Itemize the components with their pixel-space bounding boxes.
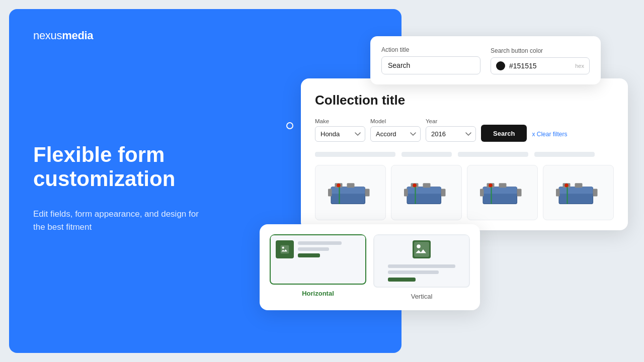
layout-horizontal-option[interactable]: Horizontal xyxy=(270,234,366,300)
horizontal-label: Horizontal xyxy=(302,290,334,297)
vert-lines xyxy=(388,264,455,282)
year-select[interactable]: 2016 2017 2018 xyxy=(426,126,476,142)
svg-rect-32 xyxy=(480,189,484,197)
preview-line xyxy=(298,241,342,245)
svg-point-29 xyxy=(501,184,505,188)
product-card[interactable] xyxy=(315,165,386,220)
svg-rect-23 xyxy=(404,189,408,197)
horiz-lines xyxy=(298,241,360,257)
svg-rect-14 xyxy=(328,189,332,197)
collection-title: Collection title xyxy=(315,93,614,108)
horizontal-preview xyxy=(270,234,366,285)
preview-button xyxy=(388,278,416,282)
battery-image xyxy=(328,175,373,210)
model-select[interactable]: Accord Civic CR-V xyxy=(370,126,421,142)
svg-rect-16 xyxy=(407,187,441,194)
skeleton-row xyxy=(315,152,614,157)
svg-point-45 xyxy=(417,244,421,248)
layout-vertical-option[interactable]: Vertical xyxy=(373,234,470,300)
color-input-row[interactable]: #151515 hex xyxy=(491,57,590,74)
logo-part2: media xyxy=(62,29,93,42)
color-value: #151515 xyxy=(509,62,571,70)
make-select[interactable]: Honda Toyota Ford xyxy=(315,126,365,142)
svg-rect-42 xyxy=(281,245,289,254)
vert-img-box xyxy=(413,240,431,258)
vertical-preview xyxy=(373,234,470,288)
svg-point-38 xyxy=(577,184,581,188)
clear-filters-link[interactable]: x Clear filters xyxy=(532,131,567,142)
horiz-img-box xyxy=(276,240,294,258)
model-filter-group: Model Accord Civic CR-V xyxy=(370,118,421,142)
battery-image xyxy=(556,175,601,210)
image-icon xyxy=(413,240,431,258)
action-card: Action title Search button color #151515… xyxy=(370,36,601,84)
action-title-input[interactable] xyxy=(381,56,480,74)
svg-point-10 xyxy=(337,184,341,188)
hex-label: hex xyxy=(575,63,584,69)
svg-rect-34 xyxy=(559,187,593,194)
preview-button xyxy=(298,253,320,257)
action-title-label: Action title xyxy=(381,46,480,53)
subtitle: Edit fields, form appearance, and design… xyxy=(33,208,204,234)
logo-part1: nexus xyxy=(33,29,62,42)
product-card[interactable] xyxy=(467,165,538,220)
headline: Flexible form customization xyxy=(33,143,224,192)
vertical-label: Vertical xyxy=(411,293,433,300)
svg-point-43 xyxy=(282,247,284,249)
image-icon xyxy=(280,244,290,254)
svg-rect-7 xyxy=(331,187,365,194)
skeleton-bar xyxy=(458,152,528,157)
year-filter-group: Year 2016 2017 2018 xyxy=(426,118,476,142)
svg-rect-44 xyxy=(414,242,429,257)
make-label: Make xyxy=(315,118,365,124)
skeleton-bar xyxy=(401,152,452,157)
product-card[interactable] xyxy=(543,165,614,220)
preview-line xyxy=(388,270,439,274)
preview-line xyxy=(388,264,455,268)
logo: nexusmedia xyxy=(33,29,377,42)
color-dot xyxy=(496,61,505,70)
svg-rect-13 xyxy=(365,189,369,197)
svg-rect-22 xyxy=(441,189,445,197)
make-filter-group: Make Honda Toyota Ford xyxy=(315,118,365,142)
svg-point-28 xyxy=(489,184,493,188)
model-label: Model xyxy=(370,118,421,124)
search-button[interactable]: Search xyxy=(481,125,527,142)
horiz-preview-row xyxy=(276,240,360,258)
collection-card: Collection title Make Honda Toyota Ford … xyxy=(301,78,628,230)
svg-rect-31 xyxy=(517,189,521,197)
svg-point-11 xyxy=(349,184,353,188)
filter-row: Make Honda Toyota Ford Model Accord Civi… xyxy=(315,118,614,142)
svg-rect-25 xyxy=(483,187,517,194)
preview-line xyxy=(298,247,329,251)
action-title-group: Action title xyxy=(381,46,480,74)
skeleton-bar xyxy=(315,152,395,157)
product-card[interactable] xyxy=(391,165,462,220)
year-label: Year xyxy=(426,118,476,124)
svg-rect-40 xyxy=(593,189,597,197)
svg-point-19 xyxy=(413,184,417,188)
color-label: Search button color xyxy=(491,47,590,54)
battery-image xyxy=(480,175,525,210)
skeleton-bar xyxy=(534,152,595,157)
svg-point-20 xyxy=(425,184,429,188)
svg-point-37 xyxy=(565,184,569,188)
battery-image xyxy=(404,175,449,210)
color-field-group: Search button color #151515 hex xyxy=(491,47,590,74)
svg-rect-41 xyxy=(556,189,560,197)
product-grid xyxy=(315,165,614,220)
layout-card: Horizontal Vertical xyxy=(260,224,480,310)
